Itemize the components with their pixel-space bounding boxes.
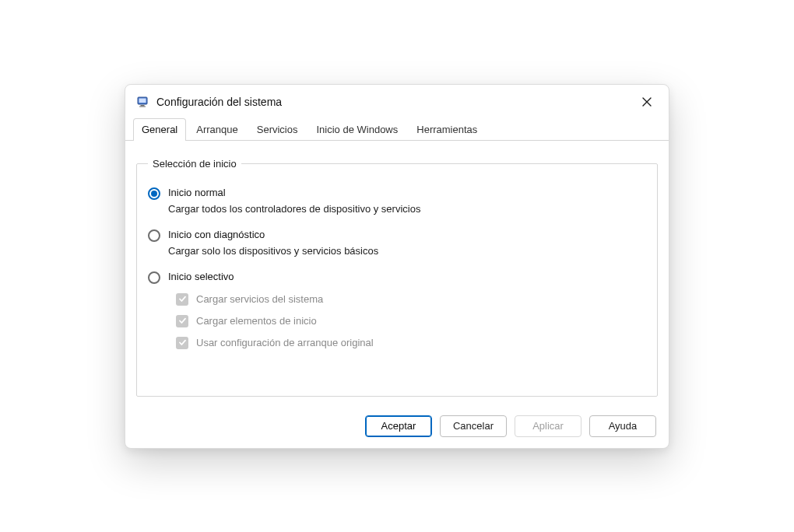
check-label: Usar configuración de arranque original	[196, 337, 374, 348]
radio-icon	[148, 187, 160, 200]
window-title: Configuración del sistema	[156, 96, 282, 108]
msconfig-icon	[136, 95, 150, 109]
group-legend: Selección de inicio	[148, 158, 241, 170]
checkbox-icon	[176, 293, 188, 306]
check-label: Cargar servicios del sistema	[196, 293, 323, 305]
radio-icon	[148, 229, 160, 242]
selective-suboptions: Cargar servicios del sistema Cargar elem…	[176, 293, 643, 349]
help-button[interactable]: Ayuda	[589, 415, 656, 437]
check-use-original-boot-config: Usar configuración de arranque original	[176, 337, 643, 349]
tab-arranque[interactable]: Arranque	[188, 118, 246, 141]
option-label: Inicio normal	[168, 187, 420, 198]
startup-selection-group: Selección de inicio Inicio normal Cargar…	[136, 158, 658, 397]
check-load-system-services: Cargar servicios del sistema	[176, 293, 643, 306]
apply-button: Aplicar	[515, 415, 581, 437]
checkbox-icon	[176, 337, 188, 349]
option-desc: Cargar todos los controladores de dispos…	[168, 203, 420, 215]
check-load-startup-items: Cargar elementos de inicio	[176, 315, 643, 327]
dialog-actions: Aceptar Cancelar Aplicar Ayuda	[125, 404, 669, 437]
option-label: Inicio selectivo	[168, 271, 234, 282]
close-icon	[642, 97, 652, 107]
tab-general[interactable]: General	[133, 118, 186, 141]
tab-herramientas[interactable]: Herramientas	[408, 118, 486, 141]
titlebar: Configuración del sistema	[125, 85, 669, 117]
radio-option-normal[interactable]: Inicio normal Cargar todos los controlad…	[148, 187, 643, 215]
tab-inicio-windows[interactable]: Inicio de Windows	[307, 118, 406, 141]
check-label: Cargar elementos de inicio	[196, 315, 317, 327]
cancel-button[interactable]: Cancelar	[440, 415, 507, 437]
msconfig-window: Configuración del sistema General Arranq…	[125, 84, 669, 449]
svg-rect-1	[139, 98, 146, 103]
radio-option-selective[interactable]: Inicio selectivo	[148, 271, 643, 284]
svg-rect-2	[141, 105, 145, 107]
option-desc: Cargar solo los dispositivos y servicios…	[168, 245, 378, 257]
svg-rect-3	[139, 106, 146, 107]
tabpanel-general: Selección de inicio Inicio normal Cargar…	[125, 141, 669, 404]
radio-option-diagnostic[interactable]: Inicio con diagnóstico Cargar solo los d…	[148, 229, 643, 257]
ok-button[interactable]: Aceptar	[365, 415, 432, 437]
checkbox-icon	[176, 315, 188, 327]
radio-icon	[148, 271, 160, 284]
close-button[interactable]	[636, 93, 658, 111]
tab-servicios[interactable]: Servicios	[248, 118, 307, 141]
tab-bar: General Arranque Servicios Inicio de Win…	[125, 117, 669, 141]
option-label: Inicio con diagnóstico	[168, 229, 378, 240]
